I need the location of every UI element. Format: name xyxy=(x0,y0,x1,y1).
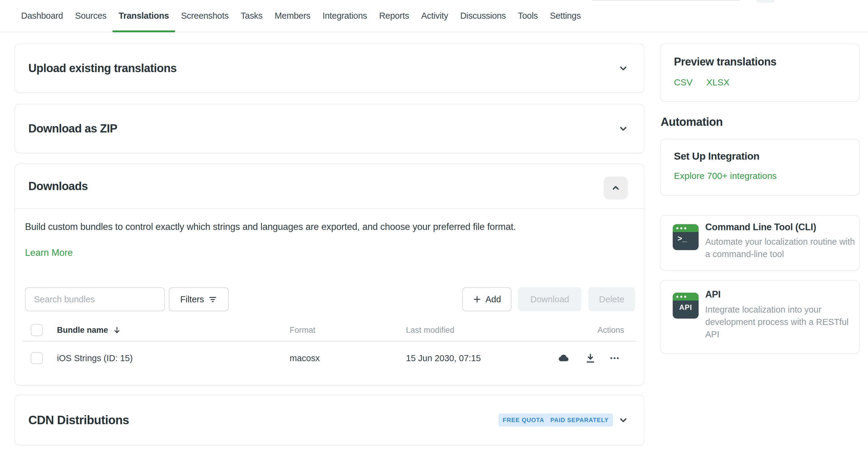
select-all-checkbox[interactable] xyxy=(31,324,43,336)
filters-label: Filters xyxy=(180,294,204,305)
cdn-distributions-title: CDN Distributions xyxy=(28,413,129,427)
project-nav: Dashboard Sources Translations Screensho… xyxy=(0,0,868,32)
download-zip-title: Download as ZIP xyxy=(28,122,117,135)
download-zip-card[interactable]: Download as ZIP xyxy=(14,104,644,153)
plus-icon xyxy=(473,295,481,304)
collapse-downloads-button[interactable] xyxy=(604,176,628,199)
learn-more-link[interactable]: Learn More xyxy=(25,248,73,258)
automation-heading: Automation xyxy=(661,116,723,128)
column-bundle-name[interactable]: Bundle name xyxy=(57,325,121,335)
chevron-up-icon xyxy=(611,183,621,193)
tab-members[interactable]: Members xyxy=(269,0,316,32)
free-quota-badge: FREE QUOTA xyxy=(498,413,549,427)
tab-screenshots[interactable]: Screenshots xyxy=(175,0,235,32)
chevron-down-icon[interactable] xyxy=(617,62,629,74)
explore-integrations-link[interactable]: Explore 700+ integrations xyxy=(674,171,777,181)
terminal-icon: >_ xyxy=(673,224,699,250)
set-up-integration-title: Set Up Integration xyxy=(674,150,760,162)
delete-selected-button[interactable]: Delete xyxy=(588,287,635,311)
tab-reports[interactable]: Reports xyxy=(373,0,415,32)
tab-tasks[interactable]: Tasks xyxy=(235,0,269,32)
add-bundle-button[interactable]: Add xyxy=(462,287,512,311)
filter-icon xyxy=(208,295,217,304)
tab-settings[interactable]: Settings xyxy=(544,0,587,32)
tab-tools[interactable]: Tools xyxy=(512,0,544,32)
sort-descending-icon xyxy=(113,325,121,335)
upload-translations-card[interactable]: Upload existing translations xyxy=(14,44,644,93)
column-last-modified: Last modified xyxy=(406,325,455,335)
page: Dashboard Sources Translations Screensho… xyxy=(0,0,868,458)
download-selected-button[interactable]: Download xyxy=(518,287,581,311)
table-row: iOS Strings (ID: 15) macosx 15 Jun 2030,… xyxy=(15,344,644,372)
last-modified-cell: 15 Jun 2030, 07:15 xyxy=(406,353,481,363)
cli-title: Command Line Tool (CLI) xyxy=(705,222,816,233)
column-format: Format xyxy=(290,325,315,335)
divider xyxy=(22,341,637,342)
cli-description: Automate your localization routine with … xyxy=(705,236,861,260)
paid-separately-badge: PAID SEPARATELY xyxy=(546,413,613,427)
cli-card[interactable]: >_ Command Line Tool (CLI) Automate your… xyxy=(660,215,860,270)
api-title: API xyxy=(705,289,721,300)
preview-links: CSV XLSX xyxy=(674,77,730,87)
bundles-table-header: Bundle name Format Last modified Actions xyxy=(15,319,644,342)
preview-translations-title: Preview translations xyxy=(674,56,776,68)
tab-activity[interactable]: Activity xyxy=(415,0,454,32)
format-cell: macosx xyxy=(290,353,320,363)
download-bundle-icon[interactable] xyxy=(584,351,597,365)
tab-dashboard[interactable]: Dashboard xyxy=(15,0,69,32)
chevron-down-icon[interactable] xyxy=(617,122,629,135)
add-label: Add xyxy=(486,294,501,305)
downloads-header: Downloads xyxy=(15,164,644,208)
tab-translations[interactable]: Translations xyxy=(113,0,175,32)
search-bundles-input[interactable] xyxy=(25,287,165,311)
api-window-icon: API xyxy=(673,293,699,319)
divider xyxy=(15,208,644,209)
filters-button[interactable]: Filters xyxy=(169,287,229,311)
upload-translations-title: Upload existing translations xyxy=(28,62,177,75)
tab-sources[interactable]: Sources xyxy=(69,0,113,32)
downloads-card: Downloads Build custom bundles to contro… xyxy=(14,164,644,385)
build-cloud-icon[interactable] xyxy=(557,351,570,365)
bundle-checkbox[interactable] xyxy=(31,352,43,364)
xlsx-link[interactable]: XLSX xyxy=(707,77,730,87)
tab-integrations[interactable]: Integrations xyxy=(316,0,373,32)
chevron-down-icon[interactable] xyxy=(617,414,629,426)
api-card[interactable]: API API Integrate localization into your… xyxy=(660,280,860,353)
preview-translations-card: Preview translations CSV XLSX xyxy=(660,44,860,102)
downloads-description: Build custom bundles to control exactly … xyxy=(25,222,516,232)
cdn-distributions-card[interactable]: CDN Distributions FREE QUOTA PAID SEPARA… xyxy=(14,395,644,445)
active-tab-underline xyxy=(113,30,175,32)
downloads-title: Downloads xyxy=(28,180,88,193)
bundle-name-label: Bundle name xyxy=(57,325,108,335)
column-actions: Actions xyxy=(597,325,624,335)
tab-translations-label: Translations xyxy=(119,11,169,21)
tab-discussions[interactable]: Discussions xyxy=(454,0,512,32)
api-description: Integrate localization into your develop… xyxy=(705,304,861,341)
set-up-integration-card: Set Up Integration Explore 700+ integrat… xyxy=(660,139,860,196)
csv-link[interactable]: CSV xyxy=(674,77,692,87)
more-actions-icon[interactable] xyxy=(608,351,621,365)
bundle-name-cell[interactable]: iOS Strings (ID: 15) xyxy=(57,353,133,363)
